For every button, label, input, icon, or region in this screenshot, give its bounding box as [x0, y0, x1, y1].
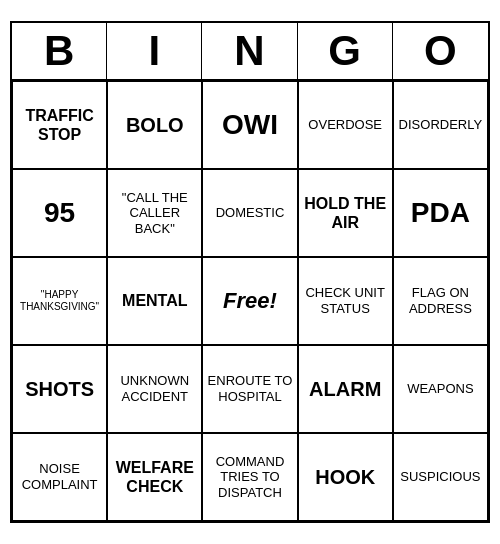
bingo-cell-0: TRAFFIC STOP	[12, 81, 107, 169]
bingo-cell-20: NOISE COMPLAINT	[12, 433, 107, 521]
bingo-cell-23: HOOK	[298, 433, 393, 521]
bingo-cell-10: "HAPPY THANKSGIVING"	[12, 257, 107, 345]
bingo-cell-11: MENTAL	[107, 257, 202, 345]
bingo-cell-24: SUSPICIOUS	[393, 433, 488, 521]
bingo-letter-g: G	[298, 23, 393, 79]
bingo-cell-19: WEAPONS	[393, 345, 488, 433]
bingo-cell-16: UNKNOWN ACCIDENT	[107, 345, 202, 433]
bingo-cell-17: ENROUTE TO HOSPITAL	[202, 345, 297, 433]
bingo-cell-7: DOMESTIC	[202, 169, 297, 257]
bingo-cell-5: 95	[12, 169, 107, 257]
bingo-cell-1: BOLO	[107, 81, 202, 169]
bingo-cell-21: WELFARE CHECK	[107, 433, 202, 521]
bingo-cell-2: OWI	[202, 81, 297, 169]
bingo-letter-o: O	[393, 23, 488, 79]
bingo-letter-n: N	[202, 23, 297, 79]
bingo-cell-18: ALARM	[298, 345, 393, 433]
bingo-cell-9: PDA	[393, 169, 488, 257]
bingo-letter-b: B	[12, 23, 107, 79]
bingo-cell-22: COMMAND TRIES TO DISPATCH	[202, 433, 297, 521]
bingo-cell-8: HOLD THE AIR	[298, 169, 393, 257]
bingo-letter-i: I	[107, 23, 202, 79]
bingo-header: BINGO	[12, 23, 488, 81]
bingo-grid: TRAFFIC STOPBOLOOWIOVERDOSEDISORDERLY95"…	[12, 81, 488, 521]
bingo-card: BINGO TRAFFIC STOPBOLOOWIOVERDOSEDISORDE…	[10, 21, 490, 523]
bingo-cell-15: SHOTS	[12, 345, 107, 433]
bingo-cell-4: DISORDERLY	[393, 81, 488, 169]
bingo-cell-6: "CALL THE CALLER BACK"	[107, 169, 202, 257]
bingo-cell-14: FLAG ON ADDRESS	[393, 257, 488, 345]
bingo-cell-12: Free!	[202, 257, 297, 345]
bingo-cell-3: OVERDOSE	[298, 81, 393, 169]
bingo-cell-13: CHECK UNIT STATUS	[298, 257, 393, 345]
